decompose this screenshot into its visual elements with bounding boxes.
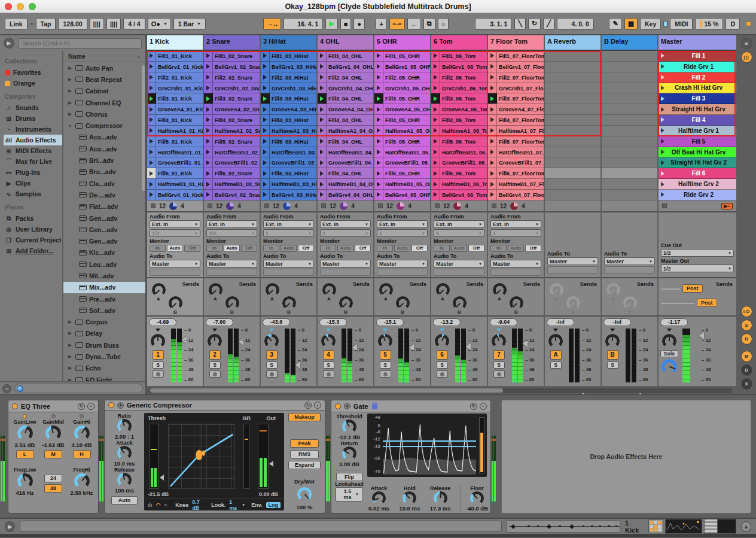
- clip-launch-button[interactable]: [147, 115, 156, 125]
- empty-clip-slot[interactable]: [545, 115, 600, 126]
- send-a-knob[interactable]: [550, 283, 563, 297]
- volume-value[interactable]: -4.69: [149, 318, 176, 326]
- monitor-in-button[interactable]: In: [150, 245, 166, 252]
- track-header[interactable]: 1 Kick: [147, 35, 203, 51]
- browser-list-item[interactable]: Flat....adv: [63, 201, 145, 212]
- empty-clip-slot[interactable]: [602, 126, 657, 136]
- clip-launch-button[interactable]: [488, 190, 497, 200]
- track-delay-field[interactable]: [604, 266, 655, 273]
- empty-clip-slot[interactable]: [602, 190, 657, 200]
- clip-launch-button[interactable]: [261, 136, 270, 147]
- empty-clip-slot[interactable]: [545, 93, 600, 104]
- quantization-menu[interactable]: 1 Bar▼: [173, 18, 206, 30]
- empty-clip-slot[interactable]: [545, 83, 600, 94]
- clip-launch-button[interactable]: [374, 93, 383, 104]
- track-header[interactable]: 2 Snare: [204, 35, 260, 51]
- sidebar-item-midi-effects[interactable]: ≣MIDI Effects: [4, 145, 62, 156]
- track-delay-field[interactable]: [206, 269, 257, 276]
- floor-knob[interactable]: [470, 491, 484, 505]
- track-delay-field[interactable]: [263, 269, 314, 276]
- clip-launch-button[interactable]: [431, 157, 440, 168]
- place-item-user-library[interactable]: ◎User Library: [4, 224, 62, 235]
- pan-knob[interactable]: [264, 334, 279, 348]
- clip-stop-icon[interactable]: [435, 203, 440, 208]
- solo-button[interactable]: S: [493, 361, 505, 369]
- arm-record-button[interactable]: [209, 370, 221, 378]
- track-activator-button[interactable]: 4: [323, 350, 334, 360]
- send-b-knob[interactable]: [169, 296, 182, 310]
- mixer-view-icon[interactable]: |||: [741, 51, 752, 63]
- clip-stop-icon[interactable]: [208, 203, 212, 208]
- track-header[interactable]: 3 HiHat: [261, 35, 316, 51]
- chevron-right-icon[interactable]: ▶: [67, 112, 73, 117]
- browser-list-item[interactable]: ▶Cabinet: [63, 86, 145, 97]
- gate-display[interactable]: +60-6-12-18-36-70: [367, 414, 487, 477]
- monitor-in-button[interactable]: In: [263, 245, 279, 252]
- clip-launch-button[interactable]: [318, 157, 327, 168]
- solo-button[interactable]: S: [550, 361, 562, 369]
- clip-stop-icon[interactable]: [264, 203, 269, 208]
- tap-tempo-button[interactable]: Tap: [36, 18, 56, 30]
- track-activator-button[interactable]: 5: [380, 350, 391, 360]
- clip-launch-button[interactable]: [204, 72, 213, 83]
- clip-launch-button[interactable]: [488, 179, 497, 189]
- similarity-search-icon[interactable]: ≈: [2, 384, 11, 393]
- sidebar-item-plug-ins[interactable]: ⊶Plug-Ins: [4, 167, 62, 178]
- track-delay-field[interactable]: [547, 266, 598, 273]
- sort-ascending-icon[interactable]: ▲: [136, 54, 141, 59]
- knee-value[interactable]: 0.7 dB: [192, 499, 204, 511]
- clip-launch-button[interactable]: [318, 126, 327, 136]
- clip-launch-button[interactable]: [374, 179, 383, 189]
- browser-list-item[interactable]: Bru...adv: [63, 166, 145, 178]
- scene-slot[interactable]: Fill 2: [659, 72, 736, 83]
- monitor-in-button[interactable]: In: [490, 245, 507, 252]
- place-item-current-project[interactable]: ❒Current Project: [4, 235, 62, 245]
- cue-volume-knob[interactable]: [662, 359, 677, 375]
- clip-launch-button[interactable]: [431, 72, 440, 83]
- browser-list-item[interactable]: ▶Chorus: [63, 108, 145, 120]
- pan-knob[interactable]: [151, 334, 165, 348]
- io-select[interactable]: 1▼: [490, 229, 541, 237]
- clip-launch-button[interactable]: [374, 147, 383, 157]
- volume-value[interactable]: -15.3: [319, 318, 347, 326]
- clip-launch-button[interactable]: [488, 104, 497, 114]
- clip-launch-button[interactable]: [318, 51, 327, 61]
- monitor-auto-button[interactable]: Auto: [281, 245, 297, 252]
- browser-list-item[interactable]: ▶EQ Eight: [63, 374, 145, 381]
- browser-list-item[interactable]: Mil...adv: [63, 270, 145, 281]
- clip-launch-button[interactable]: [261, 147, 270, 157]
- attack-knob[interactable]: [117, 446, 132, 460]
- scene-slot[interactable]: Straight Hi Hat Grv: [659, 104, 736, 115]
- monitor-in-button[interactable]: In: [377, 245, 393, 252]
- track-activator-button[interactable]: 2: [209, 350, 221, 360]
- clip-launch-button[interactable]: [488, 136, 497, 147]
- arrangement-position-field[interactable]: 16. 4. 1: [284, 18, 323, 30]
- gain-reduction-view-icon[interactable]: ≈: [164, 502, 167, 508]
- clip-launch-button[interactable]: [147, 51, 156, 61]
- empty-clip-slot[interactable]: [545, 72, 600, 83]
- arm-record-button[interactable]: [437, 370, 448, 378]
- clip-launch-button[interactable]: [374, 126, 383, 136]
- scene-slot[interactable]: Halftime Grv 2: [659, 179, 736, 190]
- track-delay-field[interactable]: [320, 269, 371, 276]
- clip-detail-thumbnail[interactable]: [665, 519, 702, 534]
- track-delay-field[interactable]: [434, 269, 484, 276]
- pan-knob[interactable]: [492, 334, 506, 348]
- transfer-curve-view-icon[interactable]: ◠: [156, 502, 161, 508]
- record-button[interactable]: ●: [353, 18, 365, 30]
- chevron-right-icon[interactable]: ▶: [67, 320, 73, 324]
- collection-item-orange[interactable]: Orange: [4, 78, 62, 89]
- arrangement-overview[interactable]: [507, 520, 620, 533]
- io-select[interactable]: Ext. In▼: [150, 220, 200, 228]
- monitor-auto-button[interactable]: Auto: [167, 245, 183, 252]
- search-input[interactable]: Search (Cmd + F): [18, 38, 142, 48]
- gate-save-preset-icon[interactable]: ▪: [480, 403, 487, 410]
- mixer-section-toggle-s[interactable]: S: [741, 320, 752, 331]
- loop-start-field[interactable]: 3. 1. 1: [475, 18, 512, 30]
- clip-launch-button[interactable]: [147, 72, 156, 83]
- monitor-off-button[interactable]: Off: [241, 245, 257, 252]
- browser-list-item[interactable]: De-...adv: [63, 189, 145, 200]
- empty-clip-slot[interactable]: [545, 51, 600, 62]
- clip-view-toggle-thumbnail[interactable]: [648, 519, 663, 533]
- mixer-section-toggle-r[interactable]: R: [741, 333, 752, 345]
